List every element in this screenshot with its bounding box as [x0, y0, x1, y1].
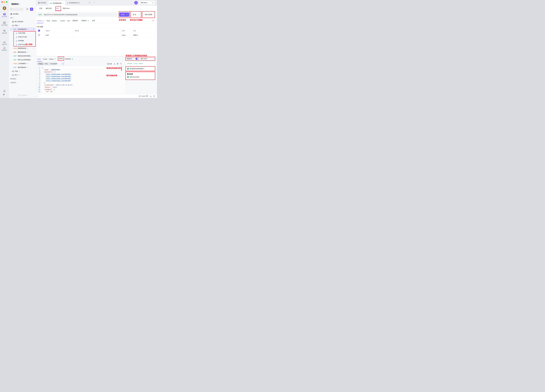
subnav-doc[interactable]: 文档 [39, 6, 42, 11]
tab-case[interactable]: 查询宠物详情 (已... [66, 0, 82, 6]
help-icon[interactable]: ? [153, 95, 155, 97]
sidebar-item-case[interactable]: 已售出宠物 [9, 31, 36, 35]
env-menu-icon[interactable]: ≡ [151, 1, 155, 4]
sidebar-item-case[interactable]: 记录不存在接口用例 [9, 42, 36, 46]
caret-icon[interactable]: ▸ [11, 74, 12, 76]
tab-active-api[interactable]: GET 查询宠物详情 × [49, 1, 65, 6]
help-circle-icon[interactable]: ? [133, 58, 134, 60]
add-api-button[interactable]: + [30, 8, 33, 11]
checkbox-checked[interactable] [38, 30, 40, 32]
tab-more-button[interactable]: ⋯ [93, 1, 95, 3]
resptab-body[interactable]: Body [37, 56, 41, 61]
rail-item-invite[interactable]: 邀请成员 [0, 47, 9, 51]
sidebar-item-case[interactable]: 在售宠物 [9, 39, 36, 42]
sidebar-item-api[interactable]: ▾GET查询宠物详情(4) [9, 27, 36, 31]
param-type-cell[interactable]: string [121, 33, 132, 37]
caret-icon[interactable]: ▸ [12, 67, 14, 68]
resptab-actual-request[interactable]: 实际请求 [65, 56, 73, 61]
env-select[interactable]: 本地 Mock ∨ ≡ [139, 1, 155, 4]
zoom-window-icon[interactable] [6, 1, 7, 3]
caret-icon[interactable]: ▸ [12, 55, 14, 56]
resptab-cookie[interactable]: Cookie [43, 56, 47, 61]
caret-icon[interactable]: ▾ [12, 29, 14, 30]
sidebar-item-folder[interactable]: ▸店铺(4) [9, 69, 36, 73]
reqtab-pre-ops[interactable]: 前置操作 [73, 18, 78, 23]
avatar[interactable] [3, 6, 6, 10]
sync-button[interactable] [134, 1, 138, 5]
encoding-select[interactable]: utf8∨ [55, 63, 58, 65]
sidebar-item-api[interactable]: ▸PUT修改宠物信息(2) [9, 66, 36, 69]
validate-toggle[interactable] [135, 58, 139, 60]
extract-button[interactable]: 提取 [107, 63, 112, 65]
project-switcher[interactable]: 宠物商店 ▴▾ [11, 3, 20, 5]
sidebar-item-case[interactable]: ID格式不正确 [9, 35, 36, 39]
sidebar-item-api[interactable]: ▸POST新建宠物信息(1) [9, 46, 36, 50]
tab-project-overview[interactable]: 项目概览 [37, 0, 47, 6]
checkbox-checked-disabled[interactable] [38, 34, 40, 36]
sidebar-section[interactable]: 快捷请求∨ [9, 81, 36, 84]
reqtab-body[interactable]: Body [47, 18, 50, 23]
collapse-sidebar-icon[interactable]: « [37, 95, 38, 97]
search-response-icon[interactable] [120, 63, 122, 65]
reqtab-post-ops[interactable]: 后置操作1 [81, 18, 89, 23]
resptab-header[interactable]: Header7 [49, 56, 56, 61]
caret-icon[interactable]: ▸ [11, 71, 12, 72]
sidebar-section[interactable]: 数据模型∨ [9, 77, 36, 81]
sidebar-section[interactable]: 接口∧ [9, 16, 36, 20]
param-name-cell[interactable]: petId [44, 33, 74, 37]
reqtab-params[interactable]: Params1 [37, 18, 44, 23]
stash-dropdown-icon[interactable]: ∨ [138, 14, 141, 15]
stash-button[interactable]: 暂 存 ∨ [131, 12, 141, 17]
copy-response-icon[interactable] [117, 63, 119, 65]
filter-button[interactable] [26, 8, 29, 11]
caret-icon[interactable]: ▸ [12, 52, 14, 53]
reqtab-settings[interactable]: 设置 [92, 18, 95, 23]
sidebar-item-api[interactable]: ▸DEL删除宠物信息(1) [9, 50, 36, 54]
caret-icon[interactable]: ▸ [12, 59, 14, 60]
rail-item-api-manage[interactable]: 接口管理 [0, 13, 9, 17]
save-as-case-button[interactable]: 保存为用例 [142, 12, 155, 17]
rail-item-project-settings[interactable]: 项目设置 [0, 30, 9, 34]
validate-status-select[interactable]: 成功 (200) [141, 58, 147, 60]
sidebar-item-folder[interactable]: ▾宠物(7) [9, 24, 36, 27]
notifications-bell-icon[interactable] [3, 90, 6, 92]
cookie-manager-button[interactable]: Cookie 管理 [139, 95, 148, 97]
search-input[interactable] [10, 8, 23, 11]
close-tab-icon[interactable]: × [63, 2, 63, 4]
minimize-window-icon[interactable] [4, 1, 5, 3]
code-scrollbar[interactable] [121, 66, 122, 71]
view-pretty[interactable]: Pretty [37, 62, 44, 65]
caret-icon[interactable]: ▸ [12, 48, 14, 49]
settings-gear-icon[interactable]: ⚙ [3, 93, 5, 96]
download-response-icon[interactable] [114, 63, 116, 65]
send-button[interactable]: 发 送 ∨ [119, 12, 129, 17]
sidebar-item-api[interactable]: ▸POST上传宠物图片(1) [9, 62, 36, 66]
send-dropdown-icon[interactable]: ∨ [126, 14, 129, 15]
close-window-icon[interactable] [1, 1, 3, 3]
reqtab-headers[interactable]: Headers [52, 18, 57, 23]
sidebar-item-api[interactable]: ▸GET根据状态查找宠物列... [9, 54, 36, 58]
sidebar-item-doc[interactable]: M接口文档说明 [9, 20, 36, 24]
generate-code-icon[interactable]: </> [152, 20, 154, 21]
reqtab-auth[interactable]: Auth [67, 18, 70, 23]
chevron-up-icon[interactable]: ∧ [14, 17, 15, 18]
chevron-down-icon[interactable]: ∨ [17, 78, 18, 79]
new-tab-button[interactable]: + [89, 1, 90, 4]
sidebar-item-overview[interactable]: 项目概览 [9, 12, 36, 16]
chevron-down-icon[interactable]: ∨ [17, 82, 18, 83]
sidebar-item-folder[interactable]: ▸用户(8) [9, 73, 36, 77]
param-desc-cell[interactable]: 宠物 ID [132, 33, 155, 37]
sidebar-item-api[interactable]: ▸GET根据 tag 查找宠物列... [9, 58, 36, 62]
param-value-cell[interactable] [74, 33, 121, 37]
rail-item-share[interactable]: 在线分享 [0, 41, 9, 45]
word-wrap-icon[interactable]: ⇥ [62, 62, 65, 65]
subnav-edit-doc[interactable]: 修改文档 [46, 6, 52, 11]
resptab-console[interactable]: 控制台 [58, 56, 64, 61]
export-icon[interactable] [150, 95, 152, 97]
url-input[interactable]: GET http://127.0.0.1:4523/m1/623491-0-de… [37, 12, 118, 17]
rail-item-auto-test[interactable]: 自动化测试 [0, 22, 9, 26]
caret-icon[interactable]: ▾ [11, 25, 12, 26]
reqtab-cookies[interactable]: Cookies [60, 18, 65, 23]
view-raw[interactable]: Raw [44, 62, 49, 65]
caret-icon[interactable]: ▸ [12, 63, 14, 64]
